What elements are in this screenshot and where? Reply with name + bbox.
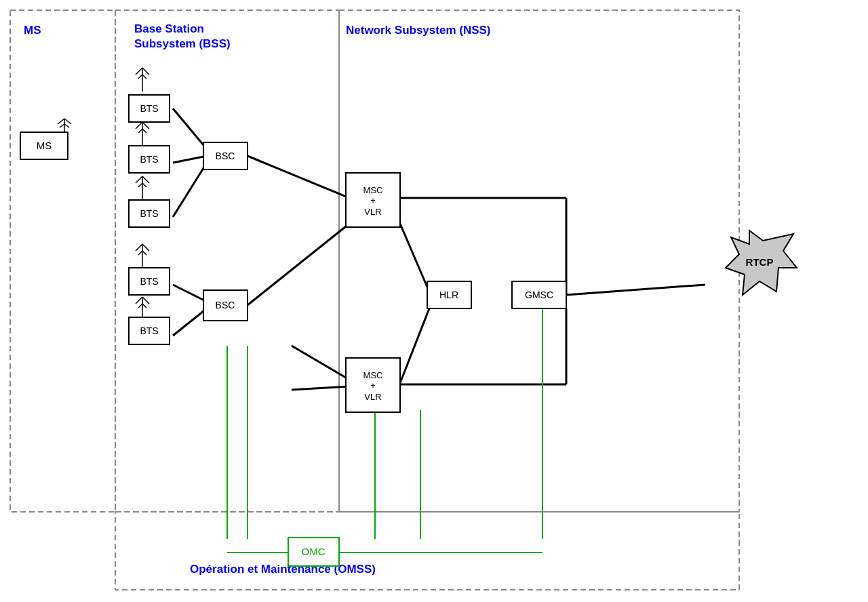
- line-mscvlr1-hlr: [400, 224, 431, 295]
- omss-section-label: Opération et Maintenance (OMSS): [190, 563, 376, 576]
- line-bts3-bsc1: [173, 163, 207, 217]
- svg-line-4: [142, 75, 146, 79]
- svg-line-29: [64, 124, 69, 127]
- antenna-bts2: [136, 122, 149, 146]
- svg-line-11: [136, 176, 142, 183]
- bts4-label: BTS: [140, 276, 158, 287]
- svg-line-8: [138, 129, 142, 133]
- mscvlr2-label3: VLR: [364, 392, 381, 402]
- svg-line-7: [142, 122, 149, 129]
- line-mscvlr2-hlr: [400, 305, 431, 383]
- antenna-bts1: [136, 68, 149, 92]
- antenna-bts4: [136, 244, 149, 268]
- svg-line-3: [138, 75, 142, 79]
- svg-line-21: [136, 297, 142, 304]
- ms-region-border: [10, 10, 115, 512]
- diagram-container: MS Base Station Subsystem (BSS) Network …: [0, 0, 868, 602]
- svg-line-13: [138, 183, 142, 187]
- svg-line-28: [60, 124, 64, 127]
- mscvlr1-label1: MSC: [363, 185, 383, 195]
- gmsc-label: GMSC: [525, 289, 553, 300]
- antenna-ms: [58, 119, 71, 132]
- svg-line-24: [142, 304, 146, 308]
- bts3-label: BTS: [140, 208, 158, 219]
- line-bts5-bsc2: [173, 308, 207, 336]
- svg-line-9: [142, 129, 146, 133]
- antenna-bts3: [136, 176, 149, 200]
- svg-line-18: [138, 251, 142, 255]
- svg-line-16: [136, 244, 142, 251]
- ms-section-label: MS: [24, 24, 41, 37]
- ms-label: MS: [37, 140, 52, 151]
- svg-line-12: [142, 176, 149, 183]
- bss-section-label: Base Station: [134, 22, 204, 35]
- svg-line-27: [64, 119, 71, 124]
- svg-line-22: [142, 297, 149, 304]
- bts2-label: BTS: [140, 154, 158, 165]
- omss-region-border: [115, 512, 739, 590]
- mscvlr1-label2: +: [370, 195, 376, 205]
- line-bsc1-mscvlr1: [248, 156, 349, 198]
- svg-line-2: [142, 68, 149, 75]
- line-arrow1-mscvlr2: [292, 346, 349, 380]
- svg-line-23: [138, 304, 142, 308]
- line-gmsc-rtcp: [566, 285, 705, 295]
- line-bts4-bsc2: [173, 285, 207, 302]
- bts1-label: BTS: [140, 103, 158, 114]
- nss-section-label: Network Subsystem (NSS): [346, 24, 491, 37]
- mscvlr1-label3: VLR: [364, 207, 381, 217]
- line-bts1-bsc1: [173, 108, 207, 149]
- omc-label: OMC: [302, 546, 326, 557]
- line-arrow2-mscvlr2: [292, 386, 349, 390]
- bss-section-label2: Subsystem (BSS): [134, 37, 231, 50]
- svg-line-14: [142, 183, 146, 187]
- svg-line-17: [142, 244, 149, 251]
- bts5-label: BTS: [140, 325, 158, 336]
- bsc2-label: BSC: [216, 300, 235, 310]
- line-bts2-bsc1: [173, 156, 207, 163]
- hlr-label: HLR: [439, 289, 458, 300]
- mscvlr2-label1: MSC: [363, 370, 383, 380]
- mscvlr2-label2: +: [370, 380, 376, 390]
- svg-line-6: [136, 122, 142, 129]
- bsc1-label: BSC: [216, 150, 235, 161]
- svg-line-19: [142, 251, 146, 255]
- rtcp-label: RTCP: [746, 256, 774, 268]
- antenna-bts5: [136, 297, 149, 319]
- line-bsc2-mscvlr1: [248, 224, 349, 305]
- nss-region-border: [339, 10, 739, 512]
- svg-line-1: [136, 68, 142, 75]
- svg-line-26: [58, 119, 64, 124]
